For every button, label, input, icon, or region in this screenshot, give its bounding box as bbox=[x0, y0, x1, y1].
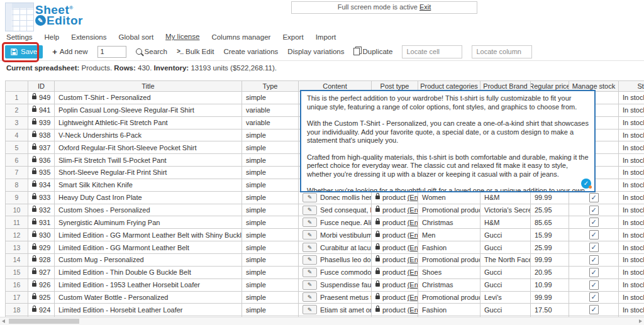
cell-product-brand[interactable]: H&M bbox=[480, 216, 531, 229]
cell-id[interactable]: 924 bbox=[28, 304, 55, 316]
cell-stock-status[interactable]: In stock bbox=[619, 254, 644, 267]
create-variations-button[interactable]: Create variations bbox=[223, 48, 278, 55]
cell-id[interactable]: 928 bbox=[28, 254, 55, 267]
cell-type[interactable]: simple bbox=[242, 229, 299, 241]
cell-product-brand[interactable]: Gucci bbox=[480, 241, 531, 254]
cell-title[interactable]: Smart Silk Kitchen Knife bbox=[55, 179, 242, 192]
cell-manage-stock[interactable]: ✓ bbox=[569, 254, 619, 267]
row-number[interactable]: 5 bbox=[6, 141, 28, 154]
manage-stock-checkbox[interactable]: ✓ bbox=[589, 243, 599, 252]
row-number[interactable]: 12 bbox=[6, 229, 28, 241]
cell-content[interactable]: ✎Sed consequat, leo ege... bbox=[299, 204, 372, 217]
add-new-count-input[interactable] bbox=[97, 46, 126, 58]
enable-link[interactable]: (Enable) bbox=[408, 206, 418, 214]
cell-post-type[interactable]: product(Enable) bbox=[372, 241, 418, 254]
edit-content-button[interactable]: ✎ bbox=[303, 292, 317, 302]
cell-title[interactable]: Limited Edition - GG Marmont Leather Bel… bbox=[55, 229, 242, 241]
edit-content-button[interactable]: ✎ bbox=[303, 218, 317, 227]
cell-type[interactable]: simple bbox=[242, 279, 299, 292]
cell-id[interactable]: 929 bbox=[28, 241, 55, 254]
cell-stock-status[interactable]: In stock bbox=[619, 216, 644, 229]
cell-id[interactable]: 935 bbox=[28, 167, 55, 179]
row-number[interactable]: 8 bbox=[6, 179, 28, 192]
row-number[interactable]: 15 bbox=[6, 267, 28, 279]
cell-regular-price[interactable]: 99.99 bbox=[531, 254, 569, 267]
edit-content-button[interactable]: ✎ bbox=[303, 280, 317, 290]
cell-regular-price[interactable]: 25.95 bbox=[531, 204, 569, 217]
spellcheck-badge-icon[interactable]: ✓ bbox=[581, 179, 591, 189]
edit-content-button[interactable]: ✎ bbox=[303, 206, 317, 215]
column-header-stock-status[interactable]: Stock status bbox=[619, 81, 644, 92]
edit-content-button[interactable]: ✎ bbox=[303, 243, 317, 252]
cell-regular-price[interactable]: 99.99 bbox=[531, 192, 569, 204]
cell-stock-status[interactable]: In stock bbox=[619, 104, 644, 117]
cell-type[interactable]: simple bbox=[242, 216, 299, 229]
enable-link[interactable]: (Enable) bbox=[408, 219, 418, 226]
menu-item-global-sort[interactable]: Global sort bbox=[118, 33, 153, 41]
cell-regular-price[interactable]: 25.99 bbox=[531, 241, 569, 254]
cell-type[interactable]: simple bbox=[242, 254, 299, 267]
cell-title[interactable]: Limited Edition - 1953 Leather Horsebit … bbox=[55, 279, 242, 292]
cell-title[interactable]: V-Neck Undershirts 6-Pack bbox=[55, 129, 242, 142]
cell-id[interactable]: 938 bbox=[28, 129, 55, 142]
enable-link[interactable]: (Enable) bbox=[408, 194, 418, 201]
cell-title[interactable]: Synergistic Aluminum Frying Pan bbox=[55, 216, 242, 229]
cell-type[interactable]: simple bbox=[242, 154, 299, 167]
cell-content[interactable]: ✎Fusce neque. Aliquam l... bbox=[299, 216, 372, 229]
cell-post-type[interactable]: product(Enable) bbox=[372, 279, 418, 292]
row-number[interactable]: 11 bbox=[6, 216, 28, 229]
cell-content[interactable]: ✎Phasellus leo dolor, te... bbox=[299, 254, 372, 267]
enable-link[interactable]: (Enable) bbox=[408, 231, 418, 239]
cell-manage-stock[interactable]: ✓ bbox=[569, 279, 619, 292]
cell-id[interactable]: 933 bbox=[28, 192, 55, 204]
manage-stock-checkbox[interactable]: ✓ bbox=[589, 268, 599, 277]
cell-manage-stock[interactable]: ✓ bbox=[569, 241, 619, 254]
cell-manage-stock[interactable]: ✓ bbox=[569, 229, 619, 241]
cell-content[interactable]: ✎Suspendisse faucibus, ... bbox=[299, 279, 372, 292]
cell-product-brand[interactable]: Gucci bbox=[480, 279, 531, 292]
row-number[interactable]: 3 bbox=[6, 117, 28, 129]
cell-content[interactable]: ✎Morbi vestibulum volut... bbox=[299, 229, 372, 241]
cell-title[interactable]: Limited Edition - GG Marmont Leather Bel… bbox=[55, 241, 242, 254]
horizontal-scrollbar-thumb[interactable] bbox=[9, 319, 79, 324]
save-button[interactable]: Save bbox=[5, 45, 43, 58]
cell-product-categories[interactable]: Promotional products bbox=[418, 204, 480, 217]
cell-title[interactable]: Limited Edition - Horsebit Leather Loafe… bbox=[55, 304, 242, 316]
cell-type[interactable]: simple bbox=[242, 292, 299, 304]
cell-type[interactable]: simple bbox=[242, 179, 299, 192]
cell-product-categories[interactable]: Promotional products bbox=[418, 254, 480, 267]
cell-type[interactable]: simple bbox=[242, 141, 299, 154]
cell-product-brand[interactable]: Gucci bbox=[480, 304, 531, 316]
cell-title[interactable]: Custom T-Shirt - Personalized bbox=[55, 92, 242, 104]
cell-product-categories[interactable]: Fashion bbox=[418, 304, 480, 316]
cell-title[interactable]: Oxford Regular-Fit Short-Sleeve Pocket S… bbox=[55, 141, 242, 154]
cell-post-type[interactable]: product(Enable) bbox=[372, 204, 418, 217]
cell-manage-stock[interactable]: ✓ bbox=[569, 216, 619, 229]
cell-regular-price[interactable]: 17.50 bbox=[531, 304, 569, 316]
edit-content-button[interactable]: ✎ bbox=[303, 193, 317, 202]
cell-product-brand[interactable]: The North Face bbox=[480, 254, 531, 267]
manage-stock-checkbox[interactable]: ✓ bbox=[589, 292, 599, 302]
manage-stock-checkbox[interactable]: ✓ bbox=[589, 255, 599, 265]
manage-stock-checkbox[interactable]: ✓ bbox=[589, 218, 599, 227]
cell-product-brand[interactable]: Gucci bbox=[480, 267, 531, 279]
cell-stock-status[interactable]: In stock bbox=[619, 279, 644, 292]
row-number[interactable]: 14 bbox=[6, 254, 28, 267]
cell-id[interactable]: 927 bbox=[28, 267, 55, 279]
menu-item-help[interactable]: Help bbox=[45, 33, 60, 41]
column-header-id[interactable]: ID bbox=[28, 81, 55, 92]
cell-content[interactable]: ✎Curabitur at lacus ac ve... bbox=[299, 241, 372, 254]
manage-stock-checkbox[interactable]: ✓ bbox=[589, 230, 599, 240]
menu-item-import[interactable]: Import bbox=[316, 33, 336, 41]
add-new-button[interactable]: + Add new bbox=[52, 47, 87, 57]
cell-manage-stock[interactable]: ✓ bbox=[569, 267, 619, 279]
cell-product-categories[interactable]: Shoes bbox=[418, 267, 480, 279]
cell-stock-status[interactable]: In stock bbox=[619, 192, 644, 204]
column-header-rownum[interactable] bbox=[6, 81, 28, 92]
cell-type[interactable]: simple bbox=[242, 241, 299, 254]
cell-id[interactable]: 941 bbox=[28, 104, 55, 117]
cell-stock-status[interactable]: In stock bbox=[619, 167, 644, 179]
cell-id[interactable]: 949 bbox=[28, 92, 55, 104]
cell-id[interactable]: 931 bbox=[28, 216, 55, 229]
enable-link[interactable]: (Enable) bbox=[408, 256, 418, 263]
